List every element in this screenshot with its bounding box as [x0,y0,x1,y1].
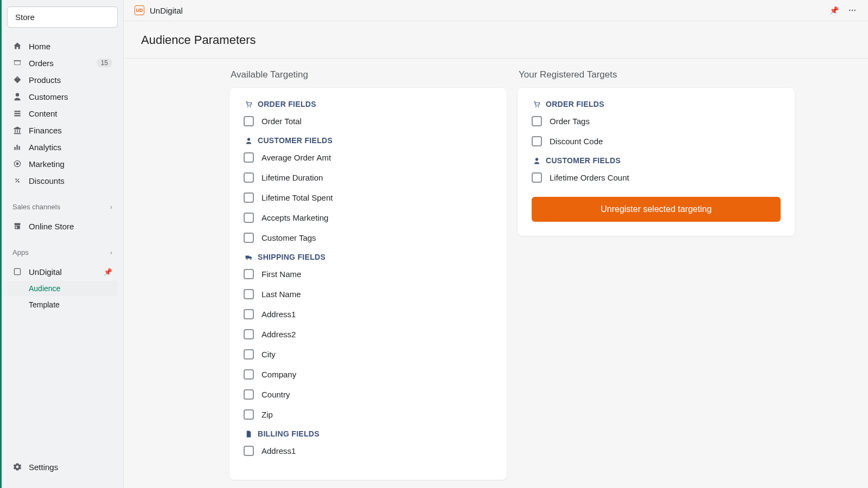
checkbox[interactable] [244,233,254,243]
target-row: Lifetime Duration [244,172,493,183]
group-header-label: BILLING FIELDS [258,429,320,438]
cart-icon [532,100,541,108]
sidebar-item-orders[interactable]: Orders15 [7,55,118,70]
tag-icon [12,75,22,85]
checkbox[interactable] [244,192,254,203]
target-row: Company [244,369,493,380]
app-header: UD UnDigital 📌 ⋯ [124,0,868,21]
person-icon [12,92,22,101]
group-header: CUSTOMER FIELDS [532,156,781,165]
sales-channels-header[interactable]: Sales channels › [7,200,118,214]
svg-point-6 [246,259,247,260]
checkbox[interactable] [532,116,542,126]
target-row: Lifetime Total Spent [244,192,493,203]
target-label: Order Total [261,117,302,126]
sidebar-item-customers[interactable]: Customers [7,89,118,104]
checkbox[interactable] [244,329,254,339]
unregister-button[interactable]: Unregister selected targeting [532,197,781,222]
checkbox[interactable] [244,269,254,279]
target-row: Order Total [244,116,493,126]
sidebar-item-marketing[interactable]: Marketing [7,156,118,171]
svg-point-4 [247,106,248,107]
target-row: City [244,349,493,359]
group-header: CUSTOMER FIELDS [244,136,493,145]
registered-card: ORDER FIELDSOrder TagsDiscount CodeCUSTO… [518,88,795,236]
checkbox[interactable] [244,116,254,126]
checkbox[interactable] [244,349,254,359]
svg-rect-3 [14,268,20,274]
sidebar-subitem-audience[interactable]: Audience [7,281,118,296]
svg-point-5 [250,106,251,107]
column-registered-title: Your Registered Targets [518,69,795,80]
sidebar-item-settings[interactable]: Settings [7,459,118,474]
group-header-label: CUSTOMER FIELDS [546,156,621,165]
sidebar-item-content[interactable]: Content [7,106,118,121]
svg-point-9 [538,106,539,107]
checkbox[interactable] [244,152,254,163]
store-button[interactable]: Store [7,7,118,28]
person-icon [244,137,253,145]
page-title: Audience Parameters [141,33,851,47]
sidebar-item-label: Customers [29,92,112,101]
checkbox[interactable] [532,172,542,183]
group-header-label: ORDER FIELDS [258,100,316,108]
sidebar-item-home[interactable]: Home [7,38,118,54]
sidebar-item-online-store[interactable]: Online Store [7,219,118,234]
page-header: Audience Parameters [124,21,868,59]
group-header-label: CUSTOMER FIELDS [258,136,333,145]
checkbox[interactable] [244,172,254,183]
app-logo-icon [12,267,22,277]
chevron-right-icon: › [110,203,112,211]
more-icon[interactable]: ⋯ [848,6,857,15]
sidebar-item-label: UnDigital [29,267,100,277]
checkbox[interactable] [244,389,254,400]
sales-channels-label: Sales channels [12,203,110,211]
target-row: Address1 [244,446,493,456]
checkbox[interactable] [244,289,254,299]
target-label: Discount Code [550,137,603,146]
sidebar-subitem-template[interactable]: Template [7,297,118,312]
svg-point-7 [250,259,251,260]
sidebar-item-finances[interactable]: Finances [7,123,118,138]
svg-point-8 [535,106,537,107]
sidebar: Store HomeOrders15ProductsCustomersConte… [2,0,124,488]
available-card: ORDER FIELDSOrder TotalCUSTOMER FIELDSAv… [229,88,507,480]
person-icon [532,157,541,165]
analytics-icon [12,142,22,152]
apps-header[interactable]: Apps › [7,245,118,260]
home-icon [12,41,22,51]
column-available: Available Targeting ORDER FIELDSOrder To… [229,69,507,488]
checkbox[interactable] [244,369,254,380]
app-title: UnDigital [150,6,829,15]
pin-icon[interactable]: 📌 [829,6,839,15]
sidebar-item-label: Settings [29,463,112,472]
sidebar-item-label: Analytics [29,143,112,152]
checkbox[interactable] [532,136,542,146]
target-label: Address2 [261,330,296,339]
target-row: Order Tags [532,116,781,126]
target-label: Average Order Amt [261,153,331,162]
sidebar-item-analytics[interactable]: Analytics [7,139,118,155]
target-row: Lifetime Orders Count [532,172,781,183]
content: Available Targeting ORDER FIELDSOrder To… [124,59,868,488]
sidebar-item-label: Discounts [29,176,112,185]
group-header: ORDER FIELDS [244,100,493,108]
target-label: First Name [261,269,301,279]
gear-icon [12,462,22,472]
sidebar-item-label: Marketing [29,159,112,169]
checkbox[interactable] [244,213,254,223]
sidebar-nav: HomeOrders15ProductsCustomersContentFina… [7,38,118,190]
truck-icon [244,253,253,261]
sidebar-item-products[interactable]: Products [7,72,118,87]
checkbox[interactable] [244,309,254,319]
sidebar-item-discounts[interactable]: Discounts [7,173,118,188]
sidebar-item-undigital[interactable]: UnDigital 📌 [7,264,118,279]
target-row: Zip [244,409,493,420]
column-available-title: Available Targeting [229,69,507,80]
group-header: SHIPPING FIELDS [244,253,493,261]
checkbox[interactable] [244,409,254,420]
chevron-right-icon: › [110,248,112,256]
checkbox[interactable] [244,446,254,456]
target-row: Accepts Marketing [244,213,493,223]
target-label: Company [261,370,296,379]
